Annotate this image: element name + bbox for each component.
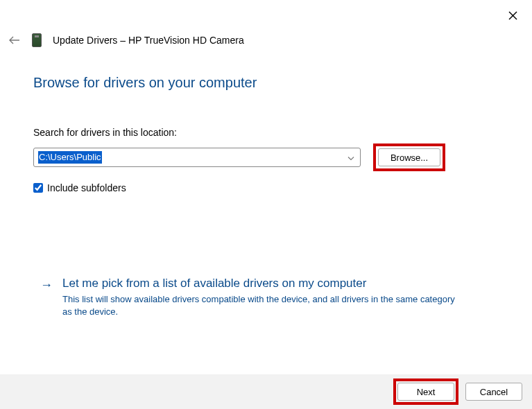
close-icon: [508, 11, 517, 20]
wizard-footer: Next Cancel: [0, 374, 532, 409]
browse-button[interactable]: Browse...: [378, 148, 440, 166]
include-subfolders-checkbox[interactable]: [33, 183, 43, 193]
option-title: Let me pick from a list of available dri…: [62, 277, 465, 290]
back-button[interactable]: [8, 34, 21, 46]
chevron-down-icon: [347, 153, 354, 163]
device-icon: [32, 33, 42, 47]
window-title: Update Drivers – HP TrueVision HD Camera: [53, 35, 244, 46]
include-subfolders-row[interactable]: Include subfolders: [33, 182, 499, 193]
location-combobox[interactable]: C:\Users\Public: [33, 148, 361, 167]
pick-from-list-option[interactable]: → Let me pick from a list of available d…: [33, 277, 499, 318]
next-highlight: Next: [393, 378, 458, 405]
option-text: Let me pick from a list of available dri…: [62, 277, 465, 318]
cancel-button[interactable]: Cancel: [465, 383, 522, 401]
arrow-left-icon: [9, 36, 20, 44]
option-description: This list will show available drivers co…: [62, 293, 465, 318]
arrow-right-icon: →: [40, 277, 53, 318]
wizard-header: Update Drivers – HP TrueVision HD Camera: [8, 33, 244, 47]
browse-highlight: Browse...: [373, 143, 445, 171]
close-button[interactable]: [504, 7, 521, 24]
search-label: Search for drivers in this location:: [33, 127, 499, 138]
include-subfolders-label: Include subfolders: [47, 182, 126, 193]
location-value: C:\Users\Public: [38, 151, 102, 164]
content-area: Browse for drivers on your computer Sear…: [33, 75, 499, 318]
next-button[interactable]: Next: [397, 383, 454, 401]
path-row: C:\Users\Public Browse...: [33, 143, 499, 171]
page-heading: Browse for drivers on your computer: [33, 75, 499, 91]
